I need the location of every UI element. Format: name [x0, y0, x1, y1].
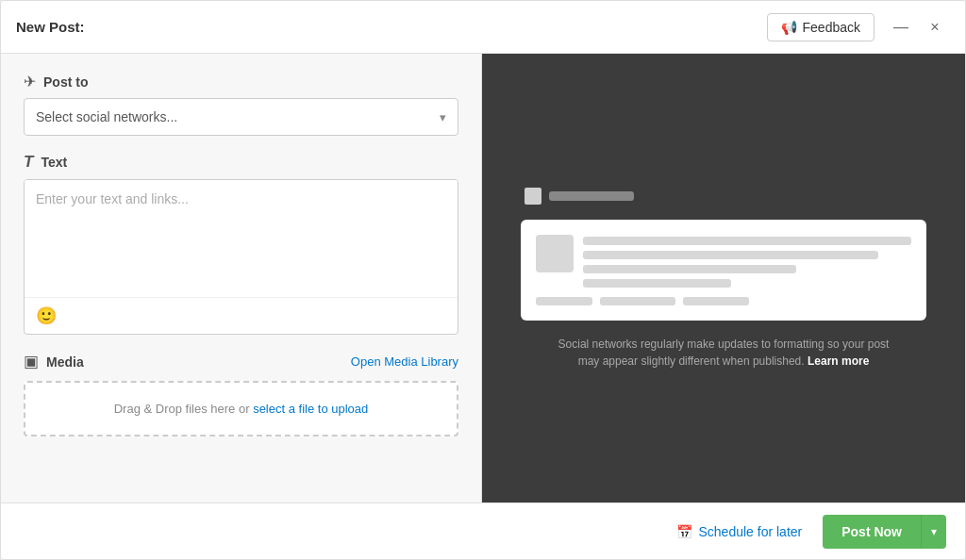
chevron-down-icon: ▾: [931, 525, 937, 538]
text-editor-wrapper: 🙂: [24, 179, 458, 335]
right-panel: Social networks regularly make updates t…: [482, 54, 965, 502]
open-media-library-link[interactable]: Open Media Library: [351, 354, 458, 369]
post-to-label: Post to: [43, 74, 88, 90]
media-icon: ▣: [24, 352, 39, 371]
emoji-button[interactable]: 🙂: [36, 305, 57, 326]
file-drop-zone[interactable]: Drag & Drop files here or select a file …: [24, 381, 458, 436]
text-header: T Text: [24, 153, 458, 172]
close-button[interactable]: ×: [920, 12, 950, 42]
mock-post-header: [521, 188, 926, 205]
media-header: ▣ Media Open Media Library: [24, 352, 458, 371]
minimize-button[interactable]: —: [886, 12, 916, 42]
post-to-header: ✈ Post to: [24, 73, 458, 91]
chevron-down-icon: ▾: [440, 110, 446, 124]
mock-line-1: [583, 237, 911, 245]
titlebar: New Post: 📢 Feedback — ×: [1, 1, 965, 54]
mock-line-4: [583, 279, 731, 288]
media-label: Media: [46, 354, 84, 370]
main-window: New Post: 📢 Feedback — × ✈ Post to: [0, 0, 966, 560]
mock-content-lines: [583, 235, 911, 288]
post-to-section: ✈ Post to Select social networks... ▾: [24, 73, 458, 136]
text-label: Text: [41, 155, 67, 170]
mock-line-3: [583, 265, 796, 273]
calendar-icon: 📅: [676, 524, 692, 539]
mock-footer-bar-2: [600, 297, 675, 305]
schedule-for-later-button[interactable]: 📅 Schedule for later: [667, 517, 811, 547]
mock-avatar-small: [525, 188, 541, 205]
mock-name-bar: [549, 191, 634, 201]
mock-post-card: [521, 220, 926, 321]
media-section: ▣ Media Open Media Library Drag & Drop f…: [24, 352, 458, 436]
megaphone-icon: 📢: [781, 20, 797, 35]
post-now-dropdown-button[interactable]: ▾: [922, 515, 946, 549]
post-now-group: Post Now ▾: [823, 515, 946, 549]
mock-footer-bars: [536, 297, 911, 305]
preview-area: Social networks regularly make updates t…: [521, 188, 926, 370]
mock-avatar-large: [536, 235, 574, 272]
post-now-button[interactable]: Post Now: [823, 515, 922, 549]
media-header-left: ▣ Media: [24, 352, 84, 371]
mock-card-top: [536, 235, 911, 288]
post-text-input[interactable]: [25, 180, 458, 293]
learn-more-link[interactable]: Learn more: [808, 354, 869, 368]
social-networks-dropdown[interactable]: Select social networks... ▾: [24, 98, 458, 136]
page-title: New Post:: [16, 19, 767, 35]
main-content: ✈ Post to Select social networks... ▾ T …: [1, 54, 965, 502]
emoji-icon: 🙂: [36, 306, 57, 325]
text-format-icon: T: [24, 153, 33, 172]
mock-footer-bar-1: [536, 297, 592, 305]
paper-plane-icon: ✈: [24, 73, 36, 91]
preview-note: Social networks regularly make updates t…: [554, 336, 893, 370]
mock-footer-bar-3: [683, 297, 749, 305]
dropdown-placeholder: Select social networks...: [36, 109, 177, 124]
feedback-button[interactable]: 📢 Feedback: [767, 13, 874, 41]
mock-line-2: [583, 251, 878, 259]
text-section: T Text 🙂: [24, 153, 458, 335]
footer-bar: 📅 Schedule for later Post Now ▾: [1, 502, 965, 559]
select-file-link[interactable]: select a file to upload: [253, 402, 368, 416]
window-controls: — ×: [886, 12, 950, 42]
left-panel: ✈ Post to Select social networks... ▾ T …: [1, 54, 482, 502]
drop-label: Drag & Drop files here or: [114, 402, 250, 416]
textarea-footer: 🙂: [25, 297, 458, 334]
